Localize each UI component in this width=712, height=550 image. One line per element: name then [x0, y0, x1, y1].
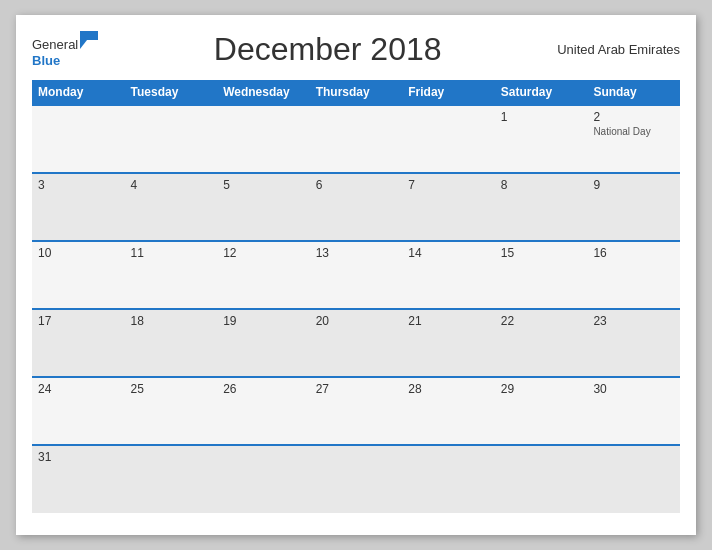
logo: General Blue [32, 31, 98, 68]
calendar-cell [217, 445, 310, 513]
day-number: 16 [593, 246, 674, 260]
day-number: 19 [223, 314, 304, 328]
col-header-thursday: Thursday [310, 80, 403, 105]
calendar-cell: 1 [495, 105, 588, 173]
day-number: 9 [593, 178, 674, 192]
calendar-body: 12National Day34567891011121314151617181… [32, 105, 680, 513]
day-number: 25 [131, 382, 212, 396]
calendar-week-4: 17181920212223 [32, 309, 680, 377]
calendar-cell: 4 [125, 173, 218, 241]
calendar-cell [402, 445, 495, 513]
day-number: 14 [408, 246, 489, 260]
calendar-cell: 30 [587, 377, 680, 445]
day-number: 27 [316, 382, 397, 396]
calendar-cell: 19 [217, 309, 310, 377]
calendar-cell: 31 [32, 445, 125, 513]
country-label: United Arab Emirates [557, 42, 680, 57]
calendar-cell: 22 [495, 309, 588, 377]
calendar-cell [310, 105, 403, 173]
calendar-cell: 13 [310, 241, 403, 309]
day-number: 31 [38, 450, 119, 464]
holiday-label: National Day [593, 126, 674, 137]
logo-general-text: General [32, 37, 78, 52]
calendar-cell: 25 [125, 377, 218, 445]
calendar-cell: 26 [217, 377, 310, 445]
logo-flag-icon [80, 31, 98, 49]
calendar-cell [217, 105, 310, 173]
calendar-cell: 28 [402, 377, 495, 445]
calendar-header-row: MondayTuesdayWednesdayThursdayFridaySatu… [32, 80, 680, 105]
calendar-week-6: 31 [32, 445, 680, 513]
day-number: 3 [38, 178, 119, 192]
day-number: 18 [131, 314, 212, 328]
day-number: 29 [501, 382, 582, 396]
day-number: 17 [38, 314, 119, 328]
calendar-cell: 7 [402, 173, 495, 241]
calendar-cell: 3 [32, 173, 125, 241]
day-number: 8 [501, 178, 582, 192]
calendar-cell [125, 105, 218, 173]
calendar-cell: 9 [587, 173, 680, 241]
day-number: 1 [501, 110, 582, 124]
day-number: 20 [316, 314, 397, 328]
calendar-week-5: 24252627282930 [32, 377, 680, 445]
day-number: 12 [223, 246, 304, 260]
col-header-monday: Monday [32, 80, 125, 105]
calendar-cell: 24 [32, 377, 125, 445]
calendar-header: General Blue December 2018 United Arab E… [32, 31, 680, 68]
col-header-tuesday: Tuesday [125, 80, 218, 105]
logo-blue-text: Blue [32, 53, 60, 68]
day-number: 7 [408, 178, 489, 192]
col-header-friday: Friday [402, 80, 495, 105]
day-number: 23 [593, 314, 674, 328]
calendar-cell: 27 [310, 377, 403, 445]
day-number: 13 [316, 246, 397, 260]
day-number: 11 [131, 246, 212, 260]
calendar-cell [495, 445, 588, 513]
calendar-cell [310, 445, 403, 513]
day-number: 21 [408, 314, 489, 328]
day-number: 2 [593, 110, 674, 124]
day-number: 4 [131, 178, 212, 192]
calendar-cell: 2National Day [587, 105, 680, 173]
calendar-week-1: 12National Day [32, 105, 680, 173]
calendar-week-2: 3456789 [32, 173, 680, 241]
calendar-cell [32, 105, 125, 173]
calendar-cell: 17 [32, 309, 125, 377]
calendar-cell: 16 [587, 241, 680, 309]
day-number: 24 [38, 382, 119, 396]
day-number: 30 [593, 382, 674, 396]
calendar-cell: 6 [310, 173, 403, 241]
calendar-week-3: 10111213141516 [32, 241, 680, 309]
day-number: 6 [316, 178, 397, 192]
calendar-cell: 29 [495, 377, 588, 445]
day-number: 22 [501, 314, 582, 328]
day-number: 26 [223, 382, 304, 396]
calendar-cell [125, 445, 218, 513]
day-number: 28 [408, 382, 489, 396]
day-number: 5 [223, 178, 304, 192]
calendar-cell: 10 [32, 241, 125, 309]
calendar-cell: 14 [402, 241, 495, 309]
calendar-cell [402, 105, 495, 173]
calendar-cell: 21 [402, 309, 495, 377]
col-header-saturday: Saturday [495, 80, 588, 105]
day-number: 15 [501, 246, 582, 260]
calendar-cell: 5 [217, 173, 310, 241]
day-number: 10 [38, 246, 119, 260]
calendar-cell: 20 [310, 309, 403, 377]
calendar-cell [587, 445, 680, 513]
col-header-wednesday: Wednesday [217, 80, 310, 105]
calendar-cell: 8 [495, 173, 588, 241]
calendar-cell: 11 [125, 241, 218, 309]
month-title: December 2018 [98, 31, 557, 68]
calendar-cell: 15 [495, 241, 588, 309]
calendar-table: MondayTuesdayWednesdayThursdayFridaySatu… [32, 80, 680, 513]
calendar-cell: 12 [217, 241, 310, 309]
calendar-cell: 18 [125, 309, 218, 377]
calendar: General Blue December 2018 United Arab E… [16, 15, 696, 535]
col-header-sunday: Sunday [587, 80, 680, 105]
calendar-cell: 23 [587, 309, 680, 377]
